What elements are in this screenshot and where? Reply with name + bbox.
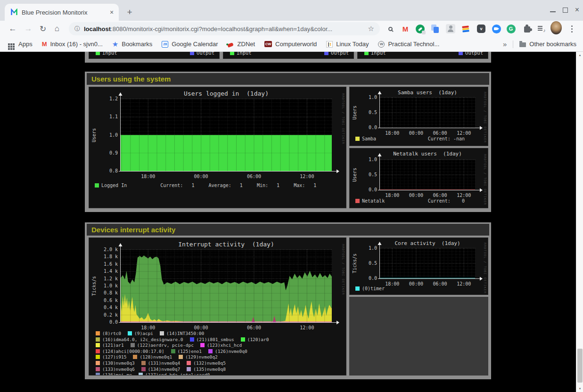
- pocket-icon: v: [477, 24, 485, 33]
- x-tick-label: 12:00: [457, 131, 471, 136]
- chart-legend: Logged InCurrent: 1 Average: 1 Min: 1 Ma…: [95, 183, 316, 189]
- window-minimize-button[interactable]: [550, 11, 556, 12]
- legend-item: (0)timer: [355, 286, 385, 291]
- bookmark-linux-today[interactable]: |tLinux Today: [326, 41, 369, 48]
- legend-row: (136)mei_me(137)snd_hda_intel:card0: [96, 372, 275, 376]
- search-extension-icon[interactable]: [385, 23, 396, 34]
- legend-label: (21)i801_smbus: [197, 337, 234, 342]
- bookmark-inbox[interactable]: MInbox (16) - sjvn0...: [42, 41, 103, 48]
- gmail-extension-icon[interactable]: M: [400, 23, 411, 34]
- browser-menu-button[interactable]: [566, 23, 577, 34]
- legend-row: (8)rtc0(9)acpi(14)INT3450:00: [96, 331, 275, 336]
- x-tick-label: 00:00: [409, 281, 423, 286]
- legend-item: (122)aerdrv, pcie-dpc: [131, 343, 194, 348]
- empty-cell: [349, 297, 488, 376]
- x-tick-label: 06:00: [247, 174, 261, 179]
- legend-item: (21)i801_smbus: [190, 337, 234, 342]
- legend-row: (0)timer: [355, 286, 391, 291]
- legend-item: Logged In: [95, 183, 127, 188]
- voice-extension-icon[interactable]: [414, 23, 426, 34]
- legend-swatch: [160, 331, 164, 335]
- y-tick-label: 1.0: [355, 245, 377, 251]
- tab-close-icon[interactable]: ×: [107, 8, 116, 16]
- forward-button[interactable]: →: [22, 21, 35, 37]
- legend-label: (14)INT3450:00: [166, 331, 204, 336]
- person-extension-icon[interactable]: [445, 23, 456, 34]
- network-graph-partial-3[interactable]: InputOutput: [357, 52, 488, 59]
- y-tick-label: 2.0 k: [96, 247, 118, 252]
- window-close-button[interactable]: ×: [575, 6, 579, 14]
- legend-label: Samba: [362, 136, 376, 141]
- legend-label: (130)nvme0q3: [102, 360, 135, 366]
- books-extension-icon[interactable]: [460, 23, 471, 34]
- bookmark-apps[interactable]: Apps: [7, 41, 33, 48]
- network-graph-partial-2[interactable]: InputOutput: [223, 52, 354, 59]
- page-scrollbar[interactable]: ▲ ▼: [576, 52, 583, 392]
- legend-swatch: [96, 337, 100, 342]
- legend-swatch: [187, 361, 191, 365]
- legend-label: (16)idma64.0, i2c_designware.0: [102, 337, 183, 342]
- address-bar[interactable]: ⓘ localhost :8080/monitorix-cgi/monitori…: [69, 22, 380, 35]
- new-tab-button[interactable]: +: [123, 6, 136, 18]
- legend-item: (125)eno1: [171, 349, 202, 354]
- legend-item: (133)nvme0q6: [96, 367, 135, 372]
- other-bookmarks[interactable]: Other bookmarks: [519, 41, 576, 48]
- scroll-down-arrow[interactable]: ▼: [576, 385, 583, 392]
- grammarly-extension-icon[interactable]: G: [505, 23, 517, 34]
- x-tick-label: 06:00: [433, 193, 447, 198]
- copy-pages-extension-icon[interactable]: [429, 23, 441, 34]
- bookmark-computerworld[interactable]: CWComputerworld: [264, 41, 317, 48]
- profile-avatar[interactable]: [550, 22, 562, 33]
- section-users: Users using the system Users logged in (…: [85, 72, 491, 212]
- extensions-puzzle-button[interactable]: [521, 23, 533, 34]
- legend-row: (127)i915(128)nvme0q1(129)nvme0q2: [96, 354, 275, 359]
- bookmarks-overflow-chevron[interactable]: »: [503, 40, 507, 48]
- rrdtool-watermark: RRDTOOL / TOBI OETIKER: [483, 154, 487, 205]
- x-tick-label: 06:00: [433, 281, 447, 286]
- legend-item: (131)nvme0q4: [141, 360, 181, 366]
- browser-toolbar: ← → ↻ ⌂ ⓘ localhost :8080/monitorix-cgi/…: [0, 21, 583, 37]
- network-graph-partial-1[interactable]: InputOutput: [89, 52, 220, 59]
- window-maximize-button[interactable]: [563, 8, 568, 13]
- interrupt-activity-graph[interactable]: Interrupt activity (1day)RRDTOOL / TOBI …: [89, 237, 346, 376]
- core-activity-graph[interactable]: Core activity (1day)RRDTOOL / TOBI OETIK…: [349, 237, 488, 295]
- legend-swatch: [241, 337, 245, 342]
- bookmark-practical-technology[interactable]: WPractical Technol...: [378, 41, 439, 48]
- x-tick-label: 18:00: [141, 325, 155, 330]
- back-button[interactable]: ←: [6, 21, 19, 37]
- chart-legend: (8)rtc0(9)acpi(14)INT3450:00(16)idma64.0…: [96, 331, 275, 376]
- url-path: :8080/monitorix-cgi/monitorix.cgi?mode=l…: [111, 25, 364, 33]
- scroll-up-arrow[interactable]: ▲: [576, 52, 583, 58]
- bookmark-label: ZDNet: [238, 41, 255, 48]
- pocket-extension-icon[interactable]: v: [476, 23, 487, 34]
- bookmark-zdnet[interactable]: ZDNet: [228, 41, 255, 48]
- bookmark-google-calendar[interactable]: 28Google Calendar: [162, 41, 218, 48]
- legend-item: (14)INT3450:00: [160, 331, 204, 336]
- legend-item: (9)acpi: [128, 331, 153, 336]
- home-button[interactable]: ⌂: [50, 21, 64, 37]
- legend-current-value: Current: 0: [428, 198, 465, 204]
- bookmark-bookmarks[interactable]: ★Bookmarks: [112, 40, 152, 49]
- playlist-extension-icon[interactable]: ♪: [536, 23, 547, 34]
- grammarly-icon: G: [507, 24, 516, 33]
- kebab-menu-icon: [571, 25, 573, 33]
- users-logged-in-graph[interactable]: Users logged in (1day)RRDTOOL / TOBI OET…: [89, 87, 346, 208]
- zoom-extension-icon[interactable]: [491, 23, 502, 34]
- bookmarks-bar: Apps MInbox (16) - sjvn0... ★Bookmarks 2…: [0, 37, 583, 52]
- legend-row: (16)idma64.0, i2c_designware.0(21)i801_s…: [96, 337, 275, 342]
- bookmark-star-icon[interactable]: ☆: [368, 24, 374, 33]
- netatalk-users-graph[interactable]: Netatalk users (1day)RRDTOOL / TOBI OETI…: [349, 148, 488, 208]
- tab-title: Blue Precision Monitorix: [22, 9, 107, 16]
- samba-users-graph[interactable]: Samba users (1day)RRDTOOL / TOBI OETIKER…: [349, 87, 488, 146]
- scrollbar-thumb[interactable]: [577, 349, 583, 383]
- chart-legend: NetatalkCurrent: 0: [355, 198, 465, 205]
- y-tick-label: 1.2 k: [96, 276, 118, 281]
- legend-item: (123)xhci_hcd: [200, 343, 242, 348]
- browser-tab[interactable]: Blue Precision Monitorix ×: [5, 4, 119, 21]
- y-axis-label: Ticks/s: [91, 276, 97, 296]
- legend-current-value: Current: -nan: [428, 136, 465, 141]
- reload-button[interactable]: ↻: [36, 21, 49, 37]
- legend-label: (129)nvme0q2: [185, 354, 218, 359]
- site-info-icon[interactable]: ⓘ: [74, 25, 80, 33]
- legend-item: (124)ahci[0000:00:17.0]: [96, 349, 164, 354]
